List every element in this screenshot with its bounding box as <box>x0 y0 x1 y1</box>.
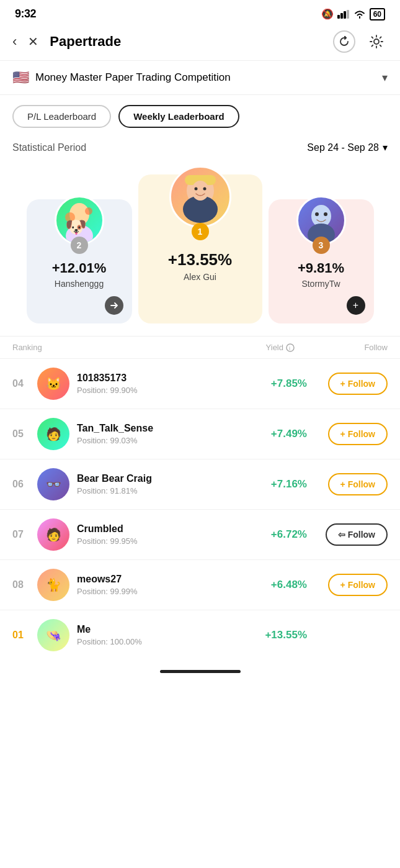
th-follow: Follow <box>307 343 388 352</box>
row-rank: 07 <box>12 529 37 540</box>
tab-weekly[interactable]: Weekly Leaderboard <box>118 105 239 128</box>
row-position: Position: 99.90% <box>77 386 257 395</box>
row-yield: +7.16% <box>257 478 307 491</box>
podium-third-yield: +9.81% <box>298 260 344 276</box>
row-yield: +6.48% <box>257 579 307 591</box>
podium-first-rank: 1 <box>192 223 209 240</box>
svg-point-16 <box>85 207 92 215</box>
row-position: Position: 99.95% <box>77 536 257 546</box>
podium-first-avatar <box>169 166 231 228</box>
th-yield: Yield i <box>62 343 307 352</box>
podium-third-action[interactable]: + <box>347 296 365 315</box>
row-yield: +6.72% <box>257 528 307 541</box>
row-name: Me <box>77 624 257 635</box>
table-row: 07 🧑 Crumbled Position: 99.95% +6.72% ⇦ … <box>0 509 400 559</box>
row-name: meows27 <box>77 574 257 585</box>
svg-line-9 <box>372 37 373 38</box>
refresh-button[interactable] <box>333 30 355 53</box>
svg-rect-3 <box>347 10 349 19</box>
row-info: Bear Bear Craig Position: 91.81% <box>77 473 257 495</box>
row-name: Crumbled <box>77 523 257 535</box>
svg-point-27 <box>324 212 327 216</box>
svg-line-10 <box>380 45 381 47</box>
competition-left: 🇺🇸 Money Master Paper Trading Competitio… <box>12 70 231 86</box>
nav-bar: ‹ ✕ Papertrade <box>0 25 400 60</box>
svg-rect-0 <box>337 15 340 19</box>
row-position: Position: 99.99% <box>77 587 257 596</box>
row-info: Me Position: 100.00% <box>77 624 257 646</box>
follow-button[interactable]: + Follow <box>328 373 388 395</box>
close-button[interactable]: ✕ <box>28 34 38 49</box>
row-info: Tan_Talk_Sense Position: 99.03% <box>77 423 257 445</box>
row-position: Position: 91.81% <box>77 486 257 495</box>
podium-first: 1 +13.55% Alex Gui <box>138 174 262 323</box>
row-avatar: 👓 <box>37 468 69 500</box>
home-indicator <box>160 670 241 673</box>
podium-second-name: Hanshenggg <box>55 279 104 289</box>
tab-pl[interactable]: P/L Leaderboard <box>12 105 111 128</box>
stat-period-value[interactable]: Sep 24 - Sep 28 ▾ <box>307 142 388 153</box>
battery-icon: 60 <box>370 8 385 20</box>
svg-point-21 <box>192 181 209 201</box>
table-row: 05 🧑 Tan_Talk_Sense Position: 99.03% +7.… <box>0 409 400 459</box>
podium-first-yield: +13.55% <box>168 250 232 269</box>
row-rank: 08 <box>12 579 37 590</box>
svg-point-23 <box>203 188 206 191</box>
wifi-icon <box>353 10 366 19</box>
row-avatar: 🐱 <box>37 368 69 400</box>
row-avatar: 🧑 <box>37 518 69 551</box>
row-follow: ⇦ Follow <box>307 523 388 546</box>
nav-title: Papertrade <box>50 34 121 50</box>
status-bar: 9:32 🔕 60 <box>0 0 400 25</box>
row-yield: +7.85% <box>257 377 307 390</box>
row-position: Position: 100.00% <box>77 637 257 646</box>
row-rank: 06 <box>12 479 37 490</box>
bottom-bar <box>0 660 400 683</box>
row-name: Tan_Talk_Sense <box>77 423 257 434</box>
competition-chevron: ▾ <box>382 71 388 84</box>
tabs-container: P/L Leaderboard Weekly Leaderboard <box>0 95 400 138</box>
yield-info-icon: i <box>286 343 295 352</box>
follow-button[interactable]: ⇦ Follow <box>326 523 388 546</box>
svg-point-28 <box>287 344 294 351</box>
stat-period-chevron: ▾ <box>383 142 388 153</box>
podium-third-rank: 3 <box>313 237 330 254</box>
back-button[interactable]: ‹ <box>12 34 17 50</box>
follow-button[interactable]: + Follow <box>328 473 388 495</box>
nav-right <box>333 30 388 53</box>
podium-second-yield: +12.01% <box>52 260 106 276</box>
row-position: Position: 99.03% <box>77 436 257 445</box>
table-row: 08 🐈 meows27 Position: 99.99% +6.48% + F… <box>0 559 400 610</box>
signal-icon <box>337 10 350 19</box>
row-yield: +13.55% <box>257 629 307 641</box>
th-ranking: Ranking <box>12 343 62 352</box>
row-info: Crumbled Position: 99.95% <box>77 523 257 546</box>
podium-second-action[interactable] <box>105 296 123 315</box>
svg-point-4 <box>374 39 379 44</box>
follow-button[interactable]: + Follow <box>328 574 388 596</box>
svg-point-22 <box>194 188 197 191</box>
row-info: 101835173 Position: 99.90% <box>77 373 257 395</box>
nav-left: ‹ ✕ Papertrade <box>12 34 121 50</box>
light-button[interactable] <box>365 30 388 53</box>
svg-line-11 <box>380 37 381 38</box>
svg-rect-2 <box>344 11 346 19</box>
table-row: 01 👒 Me Position: 100.00% +13.55% <box>0 610 400 660</box>
row-rank: 01 <box>12 630 37 641</box>
row-avatar: 🧑 <box>37 418 69 450</box>
table-row: 06 👓 Bear Bear Craig Position: 91.81% +7… <box>0 459 400 509</box>
row-rank: 04 <box>12 378 37 389</box>
stat-period-label: Statistical Period <box>12 142 86 153</box>
row-rank: 05 <box>12 428 37 440</box>
follow-button[interactable]: + Follow <box>328 423 388 445</box>
stat-period: Statistical Period Sep 24 - Sep 28 ▾ <box>0 138 400 162</box>
row-follow: + Follow <box>307 574 388 596</box>
svg-line-12 <box>372 45 373 47</box>
podium-third: 3 +9.81% StormyTw + <box>269 199 374 323</box>
row-avatar: 🐈 <box>37 569 69 601</box>
podium-first-name: Alex Gui <box>184 272 216 282</box>
podium-second-rank: 2 <box>71 237 88 254</box>
competition-header[interactable]: 🇺🇸 Money Master Paper Trading Competitio… <box>0 60 400 95</box>
traders-list: 04 🐱 101835173 Position: 99.90% +7.85% +… <box>0 358 400 660</box>
row-name: 101835173 <box>77 373 257 384</box>
